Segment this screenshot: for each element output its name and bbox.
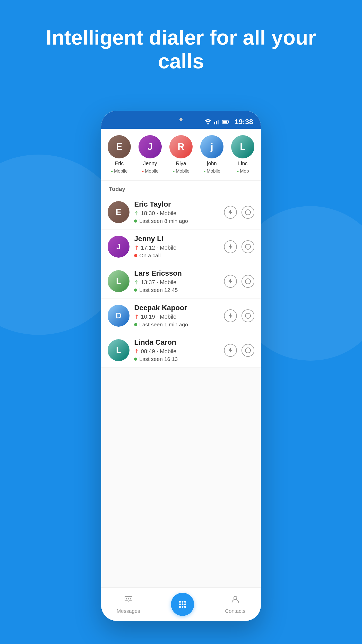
nav-messages[interactable]: Messages [117, 595, 140, 614]
svg-point-32 [182, 606, 184, 608]
wifi-icon [205, 119, 211, 124]
contact-item-jenny[interactable]: J Jenny ●Mobile [137, 135, 163, 174]
contact-avatar-linda: L [231, 135, 254, 158]
call-arrow-out-icon: ↗ [132, 244, 140, 252]
status-icons: 19:38 [205, 118, 253, 126]
lightning-button-lars[interactable] [224, 275, 237, 288]
contacts-icon [231, 595, 240, 606]
call-avatar-jenny-li: J [108, 236, 130, 258]
contact-name-eric: Eric [115, 160, 124, 166]
svg-rect-3 [218, 120, 219, 124]
call-status-linda-caron: Last seen 16:13 [134, 356, 219, 362]
contact-name-linda: Linc [238, 160, 248, 166]
contact-type-linda: ●Mob [237, 168, 249, 174]
phone-frame: 19:38 truecaller search ⋮ [101, 111, 261, 621]
svg-point-31 [179, 606, 181, 608]
call-status-lars-ericsson: Last seen 12:45 [134, 287, 219, 293]
call-item-deepak-kapoor[interactable]: D Deepak Kapoor ↗ 10:19 · Mobile Last se… [101, 299, 261, 333]
status-text-linda-caron: Last seen 16:13 [139, 356, 178, 362]
svg-point-27 [184, 601, 186, 603]
contact-avatar-eric: E [108, 135, 131, 158]
call-name-eric-taylor: Eric Taylor [134, 200, 219, 208]
call-name-linda-caron: Linda Caron [134, 338, 219, 346]
call-actions-eric-taylor [224, 206, 254, 219]
lightning-button-linda[interactable] [224, 344, 237, 357]
call-arrow-in-icon: ↙ [132, 209, 140, 217]
contact-avatar-john: j [200, 135, 223, 158]
contact-type-jenny: ●Mobile [142, 168, 159, 174]
svg-point-26 [182, 601, 184, 603]
lightning-button-eric[interactable] [224, 206, 237, 219]
call-avatar-eric-taylor: E [108, 201, 130, 223]
call-name-lars-ericsson: Lars Ericsson [134, 269, 219, 277]
contact-avatar-riya: R [169, 135, 193, 158]
svg-point-28 [179, 603, 181, 605]
lightning-button-deepak[interactable] [224, 309, 237, 322]
svg-point-25 [179, 601, 181, 603]
lightning-button-jenny[interactable] [224, 240, 237, 253]
contact-item-riya[interactable]: R Riya ●Mobile [168, 135, 194, 174]
status-dot-green-icon [134, 219, 137, 223]
call-name-jenny-li: Jenny Li [134, 235, 219, 243]
call-time-text-linda: 08:49 · Mobile [141, 348, 176, 355]
contact-name-john: john [207, 160, 217, 166]
svg-rect-5 [223, 121, 227, 123]
contact-type-john: ●Mobile [203, 168, 220, 174]
info-button-lars[interactable] [242, 275, 254, 288]
contact-avatar-jenny: J [139, 135, 162, 158]
svg-point-23 [126, 598, 127, 599]
call-item-jenny-li[interactable]: J Jenny Li ↗ 17:12 · Mobile On a call [101, 230, 261, 264]
call-info-linda-caron: Linda Caron ↗ 08:49 · Mobile Last seen 1… [134, 338, 219, 362]
status-text-jenny-li: On a call [139, 252, 161, 259]
contact-item-linda[interactable]: L Linc ●Mob [230, 135, 256, 174]
call-info-lars-ericsson: Lars Ericsson ↙ 13:37 · Mobile Last seen… [134, 269, 219, 293]
call-avatar-linda-caron: L [108, 339, 130, 361]
call-actions-lars-ericsson [224, 275, 254, 288]
contacts-label: Contacts [225, 608, 245, 614]
nav-contacts[interactable]: Contacts [225, 595, 245, 614]
svg-point-33 [184, 606, 186, 608]
contact-name-jenny: Jenny [143, 160, 157, 166]
info-button-linda[interactable] [242, 344, 254, 357]
status-text-eric-taylor: Last seen 8 min ago [139, 218, 188, 224]
call-avatar-lars-ericsson: L [108, 270, 130, 292]
call-time-linda-caron: ↗ 08:49 · Mobile [134, 348, 219, 355]
call-time-text-eric: 18:30 · Mobile [141, 210, 176, 217]
call-item-linda-caron[interactable]: L Linda Caron ↗ 08:49 · Mobile Last seen… [101, 333, 261, 368]
call-info-jenny-li: Jenny Li ↗ 17:12 · Mobile On a call [134, 235, 219, 259]
status-dot-green-icon-linda [134, 358, 137, 361]
call-item-lars-ericsson[interactable]: L Lars Ericsson ↙ 13:37 · Mobile Last se… [101, 264, 261, 299]
status-time: 19:38 [235, 118, 253, 126]
call-name-deepak-kapoor: Deepak Kapoor [134, 304, 219, 312]
call-time-deepak-kapoor: ↗ 10:19 · Mobile [134, 313, 219, 320]
contact-item-john[interactable]: j john ●Mobile [199, 135, 225, 174]
dialpad-icon [177, 599, 188, 609]
status-dot-green-icon-deepak [134, 323, 137, 326]
hero-title: Intelligent dialer for all your calls [0, 26, 362, 73]
status-text-deepak-kapoor: Last seen 1 min ago [139, 321, 188, 328]
info-button-deepak[interactable] [242, 309, 254, 322]
info-button-jenny[interactable] [242, 240, 254, 253]
call-list: E Eric Taylor ↙ 18:30 · Mobile Last seen… [101, 195, 261, 368]
contact-type-eric: ●Mobile [111, 168, 128, 174]
info-button-eric[interactable] [242, 206, 254, 219]
call-arrow-out-icon-deepak: ↗ [132, 313, 140, 321]
contact-name-riya: Riya [176, 160, 186, 166]
svg-point-29 [182, 603, 184, 605]
call-status-eric-taylor: Last seen 8 min ago [134, 218, 219, 224]
section-today-header: Today [101, 181, 261, 195]
call-time-text-lars: 13:37 · Mobile [141, 279, 176, 286]
status-dot-red-icon [134, 254, 137, 257]
fab-dialpad-button[interactable] [171, 593, 194, 616]
phone-speaker [179, 118, 183, 121]
call-time-eric-taylor: ↙ 18:30 · Mobile [134, 210, 219, 217]
contact-item-eric[interactable]: E Eric ●Mobile [106, 135, 132, 174]
svg-point-24 [130, 598, 131, 599]
call-item-eric-taylor[interactable]: E Eric Taylor ↙ 18:30 · Mobile Last seen… [101, 195, 261, 230]
call-time-text-deepak: 10:19 · Mobile [141, 313, 176, 320]
call-actions-jenny-li [224, 240, 254, 253]
svg-point-22 [128, 598, 129, 599]
contacts-row: E Eric ●Mobile J Jenny ●Mobile R Riya [101, 129, 261, 181]
contact-type-riya: ●Mobile [173, 168, 189, 174]
svg-point-34 [234, 596, 237, 599]
